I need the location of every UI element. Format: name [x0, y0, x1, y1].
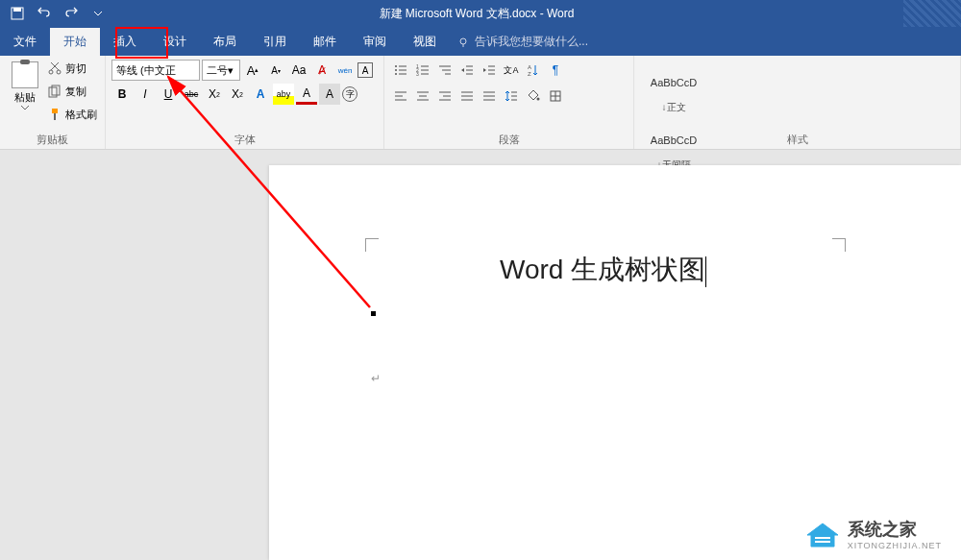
superscript-button[interactable]: X2 — [227, 84, 248, 105]
paste-icon — [12, 61, 38, 88]
tab-home[interactable]: 开始 — [50, 28, 100, 56]
bold-button[interactable]: B — [111, 84, 133, 105]
bulb-icon — [457, 37, 469, 48]
styles-group-label: 样式 — [634, 133, 960, 147]
document-area: Word 生成树状图 ↵ — [0, 150, 961, 560]
sort-button[interactable]: AZ — [523, 60, 544, 81]
copy-button[interactable]: 复制 — [48, 81, 99, 102]
svg-rect-10 — [52, 109, 58, 113]
line-spacing-button[interactable] — [501, 85, 522, 107]
svg-text:3: 3 — [416, 71, 419, 77]
clear-format-button[interactable]: A̷ — [311, 60, 333, 81]
redo-button[interactable] — [62, 4, 81, 23]
font-shrink-button[interactable]: A▾ — [265, 60, 286, 81]
indent-decrease-button[interactable] — [456, 60, 478, 81]
underline-button[interactable]: U — [158, 84, 179, 105]
indent-increase-button[interactable] — [479, 60, 500, 81]
text-cursor — [705, 256, 706, 287]
brush-icon — [48, 108, 62, 121]
ribbon-tabs: 文件 开始 插入 设计 布局 引用 邮件 审阅 视图 告诉我您想要做什么... — [0, 27, 961, 56]
font-grow-button[interactable]: A▴ — [242, 60, 263, 81]
tab-review[interactable]: 审阅 — [350, 28, 400, 56]
char-shading-button[interactable]: A — [319, 84, 340, 105]
shading-button[interactable] — [523, 85, 544, 107]
text-direction-button[interactable]: 文A — [501, 60, 522, 81]
tell-me-search[interactable]: 告诉我您想要做什么... — [450, 28, 596, 56]
font-name-select[interactable]: 等线 (中文正 — [111, 60, 200, 81]
tab-layout[interactable]: 布局 — [200, 28, 250, 56]
subscript-button[interactable]: X2 — [204, 84, 225, 105]
enclose-char-button[interactable]: 字 — [342, 86, 357, 102]
svg-point-53 — [537, 98, 540, 101]
watermark: 系统之家 XITONGZHIJIA.NET — [805, 518, 942, 550]
char-border-button[interactable]: A — [357, 62, 373, 78]
paragraph-group-label: 段落 — [384, 133, 633, 147]
page-gutter — [0, 150, 269, 560]
align-right-button[interactable] — [434, 85, 456, 107]
svg-point-14 — [395, 69, 397, 71]
show-marks-button[interactable]: ¶ — [545, 60, 566, 81]
phonetic-button[interactable]: wén — [334, 60, 356, 81]
watermark-text: 系统之家 — [848, 518, 942, 541]
align-left-button[interactable] — [390, 85, 411, 107]
paste-button[interactable]: 粘贴 — [6, 58, 44, 125]
bullets-button[interactable] — [390, 60, 411, 81]
svg-text:A: A — [528, 64, 531, 70]
save-button[interactable] — [8, 4, 27, 23]
undo-button[interactable] — [35, 4, 54, 23]
svg-point-5 — [57, 70, 61, 74]
svg-point-16 — [395, 73, 397, 75]
window-decoration — [903, 0, 961, 27]
numbering-button[interactable]: 123 — [412, 60, 433, 81]
tab-insert[interactable]: 插入 — [100, 28, 150, 56]
multilevel-button[interactable] — [434, 60, 456, 81]
svg-point-12 — [395, 65, 397, 67]
watermark-logo-icon — [805, 520, 840, 548]
style-normal[interactable]: AaBbCcD ↓正文 — [640, 58, 707, 115]
format-painter-button[interactable]: 格式刷 — [48, 104, 99, 125]
font-group: 等线 (中文正 二号▾ A▴ A▾ Aa A̷ wén A B I U abc … — [106, 56, 384, 149]
tab-file[interactable]: 文件 — [0, 28, 50, 56]
strikethrough-button[interactable]: abc — [181, 84, 202, 105]
tell-me-label: 告诉我您想要做什么... — [475, 34, 588, 50]
watermark-url: XITONGZHIJIA.NET — [848, 541, 942, 550]
tab-mailings[interactable]: 邮件 — [300, 28, 350, 56]
scissors-icon — [48, 61, 62, 75]
heading-marker — [371, 311, 376, 316]
borders-button[interactable] — [545, 85, 566, 107]
document-text[interactable]: Word 生成树状图 — [500, 252, 923, 288]
svg-rect-1 — [13, 8, 21, 12]
clipboard-group: 粘贴 剪切 复制 格式刷 剪贴板 — [0, 56, 106, 149]
align-justify-button[interactable] — [456, 85, 478, 107]
copy-icon — [48, 85, 62, 98]
paragraph-group: 123 文A AZ ¶ 段落 — [384, 56, 634, 149]
font-size-select[interactable]: 二号▾ — [202, 60, 240, 81]
window-title: 新建 Microsoft Word 文档.docx - Word — [108, 6, 846, 22]
qat-dropdown[interactable] — [88, 4, 108, 23]
align-center-button[interactable] — [412, 85, 433, 107]
tab-references[interactable]: 引用 — [250, 28, 300, 56]
font-color-button[interactable]: A — [296, 84, 317, 105]
text-effects-button[interactable]: A — [250, 84, 271, 105]
highlight-button[interactable]: aby — [273, 84, 294, 105]
styles-group: AaBbCcD ↓正文 AaBbCcD ↓无间隔 AaBl 标题 1 AaBbC… — [634, 56, 961, 149]
margin-marker-tr — [832, 238, 846, 252]
cut-button[interactable]: 剪切 — [48, 58, 99, 79]
tab-design[interactable]: 设计 — [150, 28, 200, 56]
font-group-label: 字体 — [106, 133, 383, 147]
chevron-down-icon — [21, 105, 29, 110]
svg-rect-59 — [815, 541, 830, 543]
ribbon: 粘贴 剪切 复制 格式刷 剪贴板 等线 (中文正 二号▾ A▴ A▾ Aa — [0, 56, 961, 150]
clipboard-group-label: 剪贴板 — [0, 133, 105, 147]
paragraph-mark: ↵ — [371, 372, 381, 385]
tab-view[interactable]: 视图 — [400, 28, 450, 56]
svg-point-4 — [49, 70, 53, 74]
change-case-button[interactable]: Aa — [288, 60, 309, 81]
margin-marker-tl — [365, 238, 379, 252]
svg-text:Z: Z — [528, 71, 531, 77]
svg-rect-58 — [815, 537, 830, 539]
document-page[interactable]: Word 生成树状图 ↵ — [269, 165, 961, 560]
svg-point-2 — [460, 38, 466, 44]
italic-button[interactable]: I — [135, 84, 156, 105]
align-distribute-button[interactable] — [479, 85, 500, 107]
